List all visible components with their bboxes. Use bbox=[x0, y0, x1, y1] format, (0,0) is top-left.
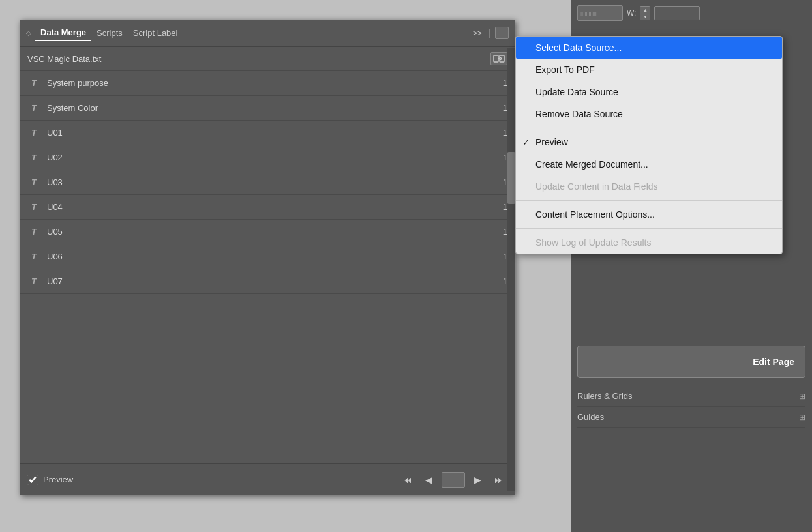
checkmark-icon: ✓ bbox=[522, 138, 530, 147]
guides-label: Guides bbox=[577, 412, 799, 422]
field-name: U06 bbox=[47, 252, 503, 261]
w-label: W: bbox=[627, 8, 636, 18]
nav-prev-btn[interactable]: ◀ bbox=[421, 473, 436, 487]
rulers-grids-label: Rulers & Grids bbox=[577, 391, 799, 401]
field-count: 1 bbox=[503, 103, 507, 113]
field-type-icon: T bbox=[27, 151, 40, 164]
field-count: 1 bbox=[503, 276, 507, 286]
menu-item-label: Update Content in Data Fields bbox=[535, 181, 658, 192]
menu-item-export-pdf[interactable]: Export To PDF bbox=[516, 59, 782, 81]
table-row[interactable]: T U07 1 bbox=[20, 269, 515, 294]
table-row[interactable]: T U02 1 bbox=[20, 145, 515, 170]
w-spinner[interactable]: ▲ ▼ bbox=[640, 6, 650, 20]
ruler-thumb: |||||||||||| bbox=[577, 5, 623, 21]
rulers-grids-section: Rulers & Grids ⊞ Guides ⊞ bbox=[577, 386, 805, 428]
field-name: System purpose bbox=[47, 78, 503, 88]
table-row[interactable]: T U03 1 bbox=[20, 170, 515, 195]
panel-header: ◇ Data Merge Scripts Script Label >> | ☰ bbox=[20, 20, 515, 47]
w-spinner-group: ▲ ▼ bbox=[640, 6, 650, 20]
field-type-icon: T bbox=[27, 226, 40, 239]
field-name: U02 bbox=[47, 153, 503, 162]
field-type-icon: T bbox=[27, 77, 40, 90]
field-name: U04 bbox=[47, 202, 503, 212]
panel-expand-btn[interactable]: >> bbox=[470, 27, 485, 39]
field-type-icon: T bbox=[27, 250, 40, 263]
menu-separator-3 bbox=[516, 228, 782, 229]
page-input[interactable]: 1 bbox=[442, 472, 465, 488]
field-count: 1 bbox=[503, 128, 507, 138]
tab-script-label[interactable]: Script Label bbox=[128, 25, 183, 40]
table-row[interactable]: T U05 1 bbox=[20, 220, 515, 244]
field-name: U07 bbox=[47, 276, 503, 286]
panel-body: VSC Magic Data.txt T System purpose 1 T … bbox=[20, 47, 515, 495]
field-list: T System purpose 1 T System Color 1 T U0… bbox=[20, 71, 515, 495]
context-menu: Select Data Source... Export To PDF Upda… bbox=[515, 36, 783, 254]
panel-menu-icon: ☰ bbox=[499, 29, 505, 37]
field-type-icon: T bbox=[27, 201, 40, 214]
field-name: U03 bbox=[47, 177, 503, 187]
datasource-link-icon[interactable] bbox=[490, 52, 507, 65]
rulers-grids-row: Rulers & Grids ⊞ bbox=[577, 386, 805, 407]
tab-data-merge[interactable]: Data Merge bbox=[35, 25, 91, 41]
menu-item-label: Update Data Source bbox=[535, 87, 618, 97]
menu-item-label: Create Merged Document... bbox=[535, 159, 648, 170]
panel-diamond-icon: ◇ bbox=[26, 29, 31, 37]
guides-icon: ⊞ bbox=[799, 413, 805, 422]
link-svg bbox=[493, 54, 505, 63]
field-count: 1 bbox=[503, 177, 507, 187]
menu-separator-2 bbox=[516, 200, 782, 201]
divider: | bbox=[489, 27, 491, 39]
table-row[interactable]: T U01 1 bbox=[20, 121, 515, 145]
field-type-icon: T bbox=[27, 176, 40, 189]
tab-scripts[interactable]: Scripts bbox=[91, 25, 128, 40]
field-type-icon: T bbox=[27, 102, 40, 115]
rulers-grids-icon: ⊞ bbox=[799, 392, 805, 401]
menu-item-content-placement[interactable]: Content Placement Options... bbox=[516, 203, 782, 226]
w-value-input[interactable]: 17 in bbox=[654, 6, 700, 20]
menu-item-remove-data-source[interactable]: Remove Data Source bbox=[516, 103, 782, 125]
nav-next-btn[interactable]: ▶ bbox=[470, 473, 485, 487]
field-count: 1 bbox=[503, 78, 507, 88]
menu-item-show-log: Show Log of Update Results bbox=[516, 231, 782, 254]
spinner-down-btn[interactable]: ▼ bbox=[640, 13, 650, 20]
svg-rect-0 bbox=[494, 55, 498, 62]
datasource-row: VSC Magic Data.txt bbox=[20, 47, 515, 71]
preview-label: Preview bbox=[43, 475, 394, 484]
field-count: 1 bbox=[503, 227, 507, 237]
menu-separator-1 bbox=[516, 128, 782, 128]
menu-item-label: Export To PDF bbox=[535, 65, 595, 75]
field-count: 1 bbox=[503, 202, 507, 212]
datasource-name: VSC Magic Data.txt bbox=[27, 54, 490, 64]
menu-item-create-merged-doc[interactable]: Create Merged Document... bbox=[516, 153, 782, 175]
field-count: 1 bbox=[503, 153, 507, 162]
field-type-icon: T bbox=[27, 126, 40, 140]
table-row[interactable]: T U04 1 bbox=[20, 195, 515, 220]
menu-item-update-data-source[interactable]: Update Data Source bbox=[516, 81, 782, 103]
table-row[interactable]: T System Color 1 bbox=[20, 96, 515, 121]
menu-item-label: Select Data Source... bbox=[535, 42, 622, 53]
menu-item-label: Content Placement Options... bbox=[535, 209, 655, 220]
guides-row: Guides ⊞ bbox=[577, 407, 805, 428]
field-name: U01 bbox=[47, 128, 503, 138]
field-type-icon: T bbox=[27, 275, 40, 288]
preview-checkbox[interactable] bbox=[27, 475, 38, 485]
data-merge-panel: ◇ Data Merge Scripts Script Label >> | ☰… bbox=[20, 20, 515, 495]
nav-first-btn[interactable]: ⏮ bbox=[399, 473, 416, 487]
scrollbar-thumb[interactable] bbox=[507, 152, 515, 204]
menu-item-preview[interactable]: ✓ Preview bbox=[516, 131, 782, 153]
menu-item-select-data-source[interactable]: Select Data Source... bbox=[516, 37, 782, 59]
menu-item-label: Remove Data Source bbox=[535, 109, 623, 119]
panel-menu-btn[interactable]: ☰ bbox=[495, 27, 509, 39]
scrollbar-track bbox=[507, 48, 515, 491]
edit-page-button[interactable]: Edit Page bbox=[577, 346, 805, 378]
preview-bar: Preview ⏮ ◀ 1 ▶ ⏭ bbox=[20, 463, 515, 495]
top-bar: |||||||||||| W: ▲ ▼ 17 in bbox=[571, 0, 812, 26]
table-row[interactable]: T System purpose 1 bbox=[20, 71, 515, 96]
field-count: 1 bbox=[503, 252, 507, 261]
table-row[interactable]: T U06 1 bbox=[20, 244, 515, 269]
field-name: System Color bbox=[47, 103, 503, 113]
nav-last-btn[interactable]: ⏭ bbox=[490, 473, 507, 487]
field-name: U05 bbox=[47, 227, 503, 237]
menu-item-label: Preview bbox=[535, 137, 568, 147]
spinner-up-btn[interactable]: ▲ bbox=[640, 7, 650, 13]
